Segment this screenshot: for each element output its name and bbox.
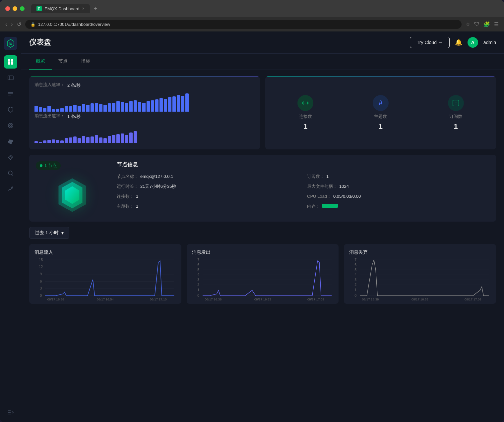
bar-out [116,134,120,143]
bar-out [108,136,111,143]
svg-text:08/17 17:09: 08/17 17:09 [307,297,324,301]
node-uptime-value: 21天7小时6分35秒 [140,184,176,189]
node-name-value: emqx@127.0.0.1 [140,174,173,179]
msg-in-chart-title: 消息流入 [34,249,176,255]
bar-out [91,136,94,143]
bar-out [69,137,72,143]
close-button[interactable] [5,6,10,11]
sidebar-item-tools[interactable] [4,183,17,196]
node-info-title: 节点信息 [117,161,489,168]
svg-text:4: 4 [197,273,199,277]
node-maxfds-value: 1024 [339,184,349,189]
header-actions: Try Cloud → 🔔 A admin [410,37,496,48]
notification-bell-icon[interactable]: 🔔 [455,39,462,46]
bar-out [52,139,55,143]
address-bar[interactable]: 🔒 127.0.0.1:7001/#/dashboard/overview [25,20,462,29]
bar-in [78,106,81,112]
node-left: 1 节点 [36,161,109,215]
node-maxfds-item: 最大文件句柄： 1024 [307,184,489,189]
msg-in-chart-card: 消息流入 15 12 9 6 3 0 [29,244,181,304]
time-filter-dropdown[interactable]: 过去 1 小时 ▾ [29,227,69,239]
svg-text:3: 3 [40,286,42,290]
node-topics-item: 主题数： 1 [117,203,299,209]
collapse-icon [7,410,14,415]
svg-text:3: 3 [355,278,357,282]
subscriptions-value: 1 [454,122,458,131]
bar-out [39,142,42,143]
bar-out [112,135,115,143]
bookmark-icon[interactable]: ☆ [466,21,470,27]
svg-text:08/17 16:53: 08/17 16:53 [411,297,428,301]
forward-button[interactable]: › [11,22,13,27]
sidebar-item-modules[interactable] [4,119,17,132]
app-header: 仪表盘 Try Cloud → 🔔 A admin [21,31,504,54]
security-icon: 🔒 [31,22,35,27]
extensions-icon [7,154,14,161]
bar-out [103,138,107,143]
active-tab[interactable]: E EMQX Dashboard × [31,4,90,13]
back-button[interactable]: ‹ [5,22,7,27]
sidebar-item-connections[interactable] [4,71,17,84]
hash-icon: # [379,99,383,107]
svg-text:08/17 16:38: 08/17 16:38 [362,297,379,301]
node-right: 节点信息 节点名称： emqx@127.0.0.1 订阅数： 1 [117,161,489,215]
svg-text:E: E [9,41,12,46]
browser-nav: ‹ › ↺ 🔒 127.0.0.1:7001/#/dashboard/overv… [0,17,504,31]
dashboard-icon [7,59,14,65]
minimize-button[interactable] [13,6,17,11]
sidebar-collapse-button[interactable] [5,407,17,418]
extensions-icon[interactable]: 🧩 [483,21,490,27]
sidebar-item-diagnosis[interactable] [4,167,17,180]
svg-text:6: 6 [197,263,199,267]
admin-username: admin [483,40,496,45]
settings-icon [7,138,14,145]
svg-text:15: 15 [39,258,43,262]
bar-in [95,103,98,112]
node-badge: 1 节点 [36,161,61,170]
svg-point-13 [10,157,11,158]
maximize-button[interactable] [20,6,25,11]
sidebar-item-settings[interactable] [4,135,17,148]
browser-window: E EMQX Dashboard × + ‹ › ↺ 🔒 127.0.0.1:7… [0,0,504,422]
tab-close-button[interactable]: × [82,6,85,11]
svg-text:4: 4 [355,273,357,277]
tab-metrics[interactable]: 指标 [74,54,97,70]
memory-bar [322,204,338,208]
svg-rect-21 [453,100,459,106]
sidebar-item-dashboard[interactable] [4,55,17,69]
emqx-logo-icon: E [6,39,15,48]
bar-in [121,102,124,112]
svg-text:2: 2 [355,283,357,287]
bar-in [138,102,141,112]
msg-drop-chart: 7 6 5 4 3 2 1 0 [349,258,491,301]
refresh-button[interactable]: ↺ [17,21,21,27]
svg-rect-4 [8,62,10,65]
svg-rect-6 [8,76,13,80]
sidebar-item-extensions[interactable] [4,151,17,164]
bar-in [155,99,158,112]
bar-out [95,135,98,143]
modules-icon [7,122,14,129]
bar-in [52,109,55,112]
shield-icon[interactable]: 🛡 [474,21,479,27]
bar-out [60,140,64,143]
tab-nodes[interactable]: 节点 [52,54,74,70]
connections-icon [297,95,313,111]
node-connections-label: 连接数： [117,193,134,199]
bar-in [82,104,85,112]
bar-out [82,136,85,143]
msg-out-value: 1 条/秒 [67,114,81,120]
bar-in [34,106,38,112]
msg-in-bars [34,92,255,112]
sidebar-logo[interactable]: E [4,37,17,50]
bar-in [60,108,64,112]
sidebar-item-security[interactable] [4,103,17,116]
node-hex-icon [52,175,92,215]
new-tab-button[interactable]: + [94,5,97,12]
topics-icon [7,90,14,97]
tab-overview[interactable]: 概览 [29,54,52,70]
try-cloud-button[interactable]: Try Cloud → [410,37,450,48]
menu-icon[interactable]: ☰ [494,21,499,27]
bar-in [116,101,120,112]
sidebar-item-topics[interactable] [4,87,17,100]
